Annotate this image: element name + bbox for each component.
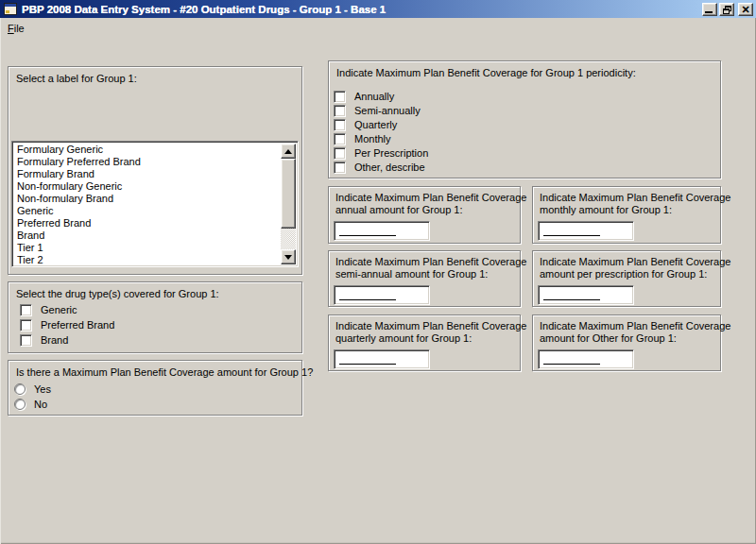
semi-annual-amount-input[interactable]: [334, 285, 430, 305]
checkbox-per-prescription[interactable]: [334, 147, 346, 160]
drug-type-group-box: Select the drug type(s) covered for Grou…: [8, 281, 302, 353]
checkbox-brand-label: Brand: [41, 334, 68, 346]
menubar: File: [0, 18, 756, 37]
list-item-tier-1[interactable]: Tier 1: [14, 242, 280, 254]
checkbox-other-describe-label: Other, describe: [354, 162, 425, 173]
titlebar[interactable]: PBP 2008 Data Entry System - #20 Outpati…: [0, 0, 756, 18]
scroll-down-button[interactable]: [281, 249, 296, 264]
input-underscore: [339, 299, 396, 300]
checkbox-quarterly[interactable]: [334, 119, 346, 131]
checkbox-other-describe[interactable]: [334, 162, 346, 174]
quarterly-amount-input[interactable]: [334, 349, 430, 369]
checkbox-generic[interactable]: [20, 304, 32, 316]
list-item-formulary-preferred-brand[interactable]: Formulary Preferred Brand: [14, 156, 280, 168]
scroll-down-arrow-icon: [284, 255, 292, 260]
periodicity-group-box: Indicate Maximum Plan Benefit Coverage f…: [328, 60, 721, 178]
minimize-icon: [705, 11, 713, 13]
scroll-up-button[interactable]: [281, 144, 296, 159]
input-underscore: [543, 364, 600, 365]
mpb-quarterly-amount-group: Indicate Maximum Plan Benefit Coveragequ…: [328, 314, 521, 371]
restore-button[interactable]: [719, 3, 734, 16]
other-amount-input[interactable]: [538, 349, 634, 369]
quarterly-amount-label: Indicate Maximum Plan Benefit Coveragequ…: [335, 320, 526, 345]
listbox-scrollbar[interactable]: [281, 144, 296, 264]
label-group-box: Select a label for Group 1: Formulary Ge…: [8, 66, 302, 275]
input-underscore: [339, 235, 396, 236]
window-controls: ✕: [700, 3, 753, 16]
mpb-per-prescription-amount-group: Indicate Maximum Plan Benefit Coverageam…: [532, 250, 721, 307]
input-underscore: [543, 299, 600, 300]
per-prescription-amount-input[interactable]: [538, 285, 634, 305]
checkbox-generic-label: Generic: [41, 304, 77, 315]
checkbox-monthly-label: Monthly: [354, 133, 391, 144]
checkbox-per-prescription-label: Per Prescription: [354, 147, 428, 159]
checkbox-preferred-brand-label: Preferred Brand: [41, 319, 114, 331]
scrollbar-thumb[interactable]: [281, 159, 296, 229]
listbox-items: Formulary Generic Formulary Preferred Br…: [14, 144, 280, 266]
scroll-up-arrow-icon: [284, 149, 292, 154]
menu-file[interactable]: File: [7, 22, 29, 36]
window-title: PBP 2008 Data Entry System - #20 Outpati…: [22, 4, 386, 15]
monthly-amount-label: Indicate Maximum Plan Benefit Coveragemo…: [540, 192, 730, 216]
annual-amount-input[interactable]: [334, 221, 430, 241]
semi-annual-amount-label: Indicate Maximum Plan Benefit Coveragese…: [335, 256, 526, 280]
monthly-amount-input[interactable]: [538, 221, 634, 241]
checkbox-brand[interactable]: [20, 334, 32, 347]
checkbox-annually[interactable]: [334, 91, 346, 103]
label-group-title: Select a label for Group 1:: [16, 73, 137, 84]
drug-type-group-title: Select the drug type(s) covered for Grou…: [16, 288, 219, 299]
checkbox-annually-label: Annually: [354, 91, 394, 102]
input-underscore: [339, 364, 396, 365]
mpb-question-title: Is there a Maximum Plan Benefit Coverage…: [16, 366, 313, 378]
group1-label-listbox[interactable]: Formulary Generic Formulary Preferred Br…: [11, 141, 299, 267]
checkbox-monthly[interactable]: [334, 133, 346, 145]
checkbox-quarterly-label: Quarterly: [354, 119, 397, 130]
other-amount-label: Indicate Maximum Plan Benefit Coverageam…: [540, 320, 730, 345]
app-icon: [4, 3, 17, 15]
list-item-tier-2[interactable]: Tier 2: [14, 254, 280, 266]
close-button[interactable]: ✕: [738, 3, 753, 16]
mpb-semi-annual-amount-group: Indicate Maximum Plan Benefit Coveragese…: [328, 250, 521, 307]
checkbox-semi-annually[interactable]: [334, 105, 346, 117]
radio-yes[interactable]: [14, 383, 26, 395]
list-item-formulary-brand[interactable]: Formulary Brand: [14, 168, 280, 180]
close-icon: ✕: [741, 5, 749, 14]
minimize-button[interactable]: [702, 3, 717, 16]
radio-yes-label: Yes: [34, 383, 51, 395]
radio-no[interactable]: [14, 399, 26, 410]
mpb-question-group-box: Is there a Maximum Plan Benefit Coverage…: [8, 360, 302, 416]
input-underscore: [543, 235, 600, 236]
list-item-preferred-brand[interactable]: Preferred Brand: [14, 217, 280, 230]
checkbox-semi-annually-label: Semi-annually: [354, 105, 421, 116]
checkbox-preferred-brand[interactable]: [20, 319, 32, 332]
list-item-formulary-generic[interactable]: Formulary Generic: [14, 144, 280, 156]
list-item-non-formulary-brand[interactable]: Non-formulary Brand: [14, 193, 280, 205]
mpb-annual-amount-group: Indicate Maximum Plan Benefit Coveragean…: [328, 186, 521, 244]
restore-window-icon: [723, 6, 731, 14]
per-prescription-amount-label: Indicate Maximum Plan Benefit Coverageam…: [540, 256, 730, 280]
annual-amount-label: Indicate Maximum Plan Benefit Coveragean…: [335, 192, 526, 216]
list-item-brand[interactable]: Brand: [14, 230, 280, 242]
radio-no-label: No: [34, 399, 47, 410]
app-window: PBP 2008 Data Entry System - #20 Outpati…: [0, 0, 756, 544]
mpb-other-amount-group: Indicate Maximum Plan Benefit Coverageam…: [532, 314, 721, 371]
list-item-non-formulary-generic[interactable]: Non-formulary Generic: [14, 180, 280, 193]
list-item-generic[interactable]: Generic: [14, 205, 280, 217]
periodicity-group-title: Indicate Maximum Plan Benefit Coverage f…: [336, 67, 636, 78]
mpb-monthly-amount-group: Indicate Maximum Plan Benefit Coveragemo…: [532, 186, 721, 244]
